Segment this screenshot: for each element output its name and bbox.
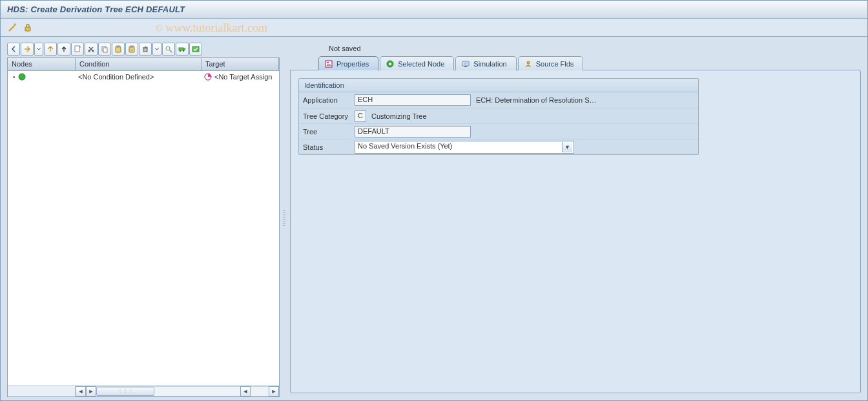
col-target[interactable]: Target	[202, 58, 279, 70]
tree-target-text: <No Target Assign	[214, 73, 272, 81]
tree-header: Nodes Condition Target	[8, 58, 279, 71]
expand-all-button[interactable]	[21, 43, 34, 56]
scroll-thumb[interactable]: ⋮⋮⋮	[96, 387, 154, 396]
tree-label: Tree	[299, 128, 355, 136]
source-flds-icon	[524, 59, 533, 68]
cond-hscroll[interactable]: ◄ ► ⋮⋮⋮	[76, 386, 240, 396]
right-pane: Not saved Properties Selected Node Simul…	[286, 37, 867, 400]
svg-rect-6	[103, 48, 107, 52]
paste-button[interactable]	[112, 43, 125, 56]
wand-icon[interactable]	[6, 21, 19, 34]
tree-scrollbar-area: ◄ ► ⋮⋮⋮ ◄ ►	[8, 385, 279, 396]
tab-properties-label: Properties	[336, 60, 369, 68]
status-label: Status	[299, 143, 355, 151]
tab-panel: Identification Application ECH ECH: Dete…	[290, 70, 861, 393]
watermark: © www.tutorialkart.com	[156, 21, 267, 35]
tab-selected-node[interactable]: Selected Node	[380, 56, 454, 70]
tree-toolbar	[7, 42, 280, 56]
save-status: Not saved	[290, 43, 861, 55]
scroll-right-icon[interactable]: ►	[86, 386, 96, 396]
tree-condition-cell: <No Condition Defined>	[76, 73, 202, 81]
svg-point-28	[527, 61, 530, 64]
chevron-down-icon: ▼	[562, 142, 572, 152]
properties-icon	[324, 59, 333, 68]
scroll-right2-icon[interactable]: ►	[269, 386, 279, 396]
tree-bullet-icon: •	[13, 74, 16, 81]
expand-all-dropdown[interactable]	[34, 43, 43, 56]
tab-properties[interactable]: Properties	[318, 56, 378, 70]
nav-back-button[interactable]	[7, 43, 20, 56]
svg-point-15	[183, 50, 184, 52]
scroll-left-icon[interactable]: ◄	[76, 386, 86, 396]
svg-point-24	[389, 63, 391, 65]
transport-button[interactable]	[176, 43, 189, 56]
app-toolbar: © www.tutorialkart.com	[1, 19, 867, 37]
svg-rect-26	[464, 62, 468, 65]
col-condition[interactable]: Condition	[76, 58, 202, 70]
tree-container: Nodes Condition Target • <No Condition D…	[7, 57, 280, 397]
pie-icon	[204, 73, 212, 81]
svg-point-17	[19, 74, 25, 80]
application-field[interactable]: ECH	[355, 94, 471, 106]
svg-rect-22	[327, 65, 331, 66]
lock-icon[interactable]	[21, 21, 34, 34]
create-button[interactable]	[71, 43, 84, 56]
node-status-icon	[18, 73, 26, 81]
tree-category-desc: Customizing Tree	[371, 112, 427, 120]
tab-simulation-label: Simulation	[473, 60, 506, 68]
svg-rect-10	[130, 46, 133, 47]
identification-group: Identification Application ECH ECH: Dete…	[298, 78, 699, 155]
title-bar: HDS: Create Derivation Tree ECH DEFAULT	[1, 1, 867, 19]
svg-rect-16	[192, 46, 199, 52]
check-button[interactable]	[189, 43, 202, 56]
delete-button[interactable]	[139, 43, 152, 56]
tree-category-code[interactable]: C	[355, 110, 366, 122]
delete-dropdown[interactable]	[152, 43, 161, 56]
body-area: Nodes Condition Target • <No Condition D…	[1, 37, 867, 400]
tree-field[interactable]: DEFAULT	[355, 126, 471, 138]
scroll-track2[interactable]	[251, 386, 269, 396]
tree-target-cell: <No Target Assign	[202, 73, 279, 81]
status-select[interactable]: No Saved Version Exists (Yet) ▼	[355, 141, 574, 154]
identification-title: Identification	[299, 79, 698, 92]
move-up-button[interactable]	[57, 43, 70, 56]
watermark-text: www.tutorialkart.com	[165, 21, 267, 34]
tabstrip: Properties Selected Node Simulation Sour…	[290, 55, 861, 70]
col-nodes[interactable]: Nodes	[8, 58, 76, 70]
simulation-icon	[461, 59, 470, 68]
tree-body: • <No Condition Defined> <No Target Assi…	[8, 71, 279, 385]
tree-node-cell: •	[8, 73, 76, 81]
copy-button[interactable]	[98, 43, 111, 56]
target-hscroll[interactable]: ◄ ►	[240, 386, 279, 396]
svg-point-12	[166, 46, 170, 50]
svg-rect-21	[327, 64, 331, 65]
selected-node-icon	[386, 59, 395, 68]
cut-button[interactable]	[85, 43, 98, 56]
left-pane: Nodes Condition Target • <No Condition D…	[1, 37, 282, 400]
find-button[interactable]	[162, 43, 175, 56]
svg-rect-20	[327, 62, 329, 63]
svg-rect-27	[464, 66, 467, 67]
app-frame: HDS: Create Derivation Tree ECH DEFAULT …	[0, 0, 868, 401]
application-label: Application	[299, 96, 355, 104]
svg-point-14	[180, 50, 181, 52]
scroll-left2-icon[interactable]: ◄	[240, 386, 251, 396]
tab-selected-node-label: Selected Node	[398, 60, 444, 68]
tab-source-flds[interactable]: Source Flds	[518, 56, 584, 70]
application-desc: ECH: Determination of Resolution S…	[476, 96, 596, 104]
svg-rect-13	[179, 48, 183, 50]
page-title: HDS: Create Derivation Tree ECH DEFAULT	[7, 5, 185, 14]
paste-sub-button[interactable]	[125, 43, 138, 56]
tab-simulation[interactable]: Simulation	[455, 56, 516, 70]
scroll-track[interactable]: ⋮⋮⋮	[96, 386, 240, 396]
collapse-all-button[interactable]	[44, 43, 57, 56]
tree-row[interactable]: • <No Condition Defined> <No Target Assi…	[8, 71, 279, 83]
status-value: No Saved Version Exists (Yet)	[358, 142, 452, 150]
svg-rect-1	[25, 27, 30, 31]
tab-source-flds-label: Source Flds	[536, 60, 574, 68]
svg-rect-2	[75, 46, 79, 52]
svg-rect-11	[143, 48, 147, 52]
tree-category-label: Tree Category	[299, 112, 355, 120]
svg-rect-8	[117, 46, 119, 47]
